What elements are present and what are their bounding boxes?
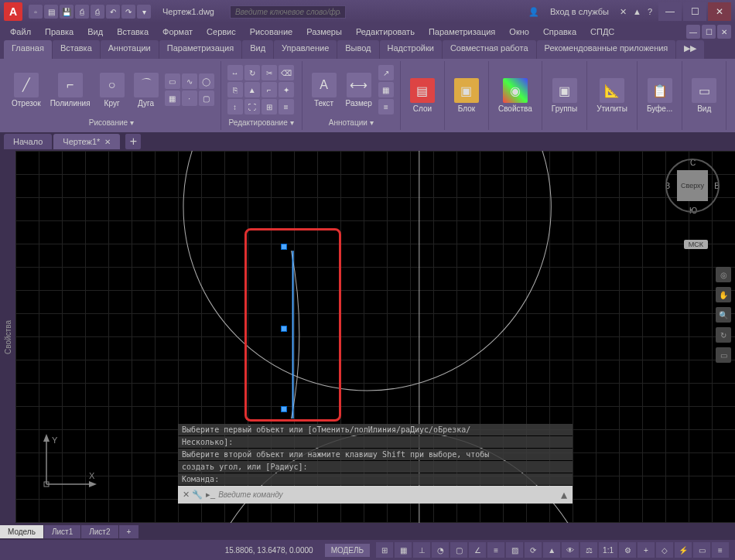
grip-end[interactable] [281,406,287,412]
polar-icon[interactable]: ◔ [432,542,449,558]
cmd-expand-icon[interactable]: ▴ [557,487,571,502]
navwheel-icon[interactable]: ◎ [716,267,731,282]
close-button[interactable]: ✕ [708,2,731,21]
utils-button[interactable]: 📐Утилиты [593,77,631,114]
iso-icon[interactable]: ◇ [656,542,673,558]
panel-draw-label[interactable]: Рисование ▾ [9,117,214,128]
lweight-icon[interactable]: ≡ [487,542,504,558]
osnap-icon[interactable]: ▢ [450,542,467,558]
layout-sheet2[interactable]: Лист2 [81,525,118,538]
properties-sidebar[interactable]: Свойства [0,151,15,523]
copy-icon[interactable]: ⎘ [227,82,243,97]
modelspace-button[interactable]: МОДЕЛЬ [325,544,370,557]
tab-view[interactable]: Вид [242,40,273,59]
point-icon[interactable]: · [182,90,197,106]
user-icon[interactable]: 👤 [528,7,539,17]
props-button[interactable]: ◉Свойства [495,77,535,114]
dimension-button[interactable]: ⟷Размер [343,71,375,109]
menu-tools[interactable]: Сервис [200,26,242,38]
viewcube-face[interactable]: Сверху [677,170,708,201]
cart-icon[interactable]: ▲ [633,7,641,16]
block-button[interactable]: ▣Блок [451,77,482,114]
menu-help[interactable]: Справка [537,26,583,38]
spline-icon[interactable]: ∿ [182,73,197,89]
exchange-icon[interactable]: ✕ [620,7,627,17]
open-icon[interactable]: ▤ [44,5,58,19]
tab-addins[interactable]: Надстройки [380,40,442,59]
new-icon[interactable]: ▫ [29,5,43,19]
hatch-icon[interactable]: ▦ [165,90,180,106]
polyline-button[interactable]: ⌐Полилиния [47,71,94,109]
pan-icon[interactable]: ✋ [716,287,731,302]
rect-icon[interactable]: ▭ [165,73,180,89]
orbit-icon[interactable]: ↻ [716,327,731,343]
grip-mid[interactable] [281,326,287,332]
tab-annotate[interactable]: Аннотации [101,40,159,59]
cmd-close-icon[interactable]: ✕ [183,490,190,500]
tab-insert[interactable]: Вставка [53,40,100,59]
qat-more-icon[interactable]: ▾ [137,5,151,19]
doc-tab-start[interactable]: Начало [4,134,52,149]
close-tab-icon[interactable]: ✕ [104,138,111,146]
menu-view[interactable]: Вид [81,26,109,38]
panel-modify-label[interactable]: Редактирование ▾ [227,117,296,128]
menu-param[interactable]: Параметризация [422,26,501,38]
doc-tab-current[interactable]: Чертеж1*✕ [53,134,120,149]
grid-icon[interactable]: ⊞ [376,542,393,558]
mirror-icon[interactable]: ▲ [244,82,260,97]
tab-param[interactable]: Параметризация [159,40,241,59]
custom-icon[interactable]: ≡ [712,542,729,558]
groups-button[interactable]: ▣Группы [549,77,580,114]
tab-home[interactable]: Главная [4,40,52,59]
menu-insert[interactable]: Вставка [111,26,155,38]
search-input[interactable] [230,5,346,19]
array-icon[interactable]: ⊞ [262,99,277,114]
doc-min-icon[interactable]: — [686,25,700,39]
rotate-icon[interactable]: ↻ [244,65,260,80]
leader-icon[interactable]: ↗ [378,65,394,80]
plot-icon[interactable]: ⎙ [91,5,104,19]
scale-icon[interactable]: ⛶ [244,99,260,114]
view-button[interactable]: ▭Вид [689,77,720,114]
snap-icon[interactable]: ▦ [395,542,412,558]
undo-icon[interactable]: ↶ [106,5,120,19]
layout-model[interactable]: Модель [0,525,43,538]
help-icon[interactable]: ? [648,7,652,16]
trim-icon[interactable]: ✂ [262,65,277,80]
erase-icon[interactable]: ⌫ [279,65,294,80]
minimize-button[interactable]: — [658,2,682,21]
new-tab-button[interactable]: + [125,134,141,149]
menu-format[interactable]: Формат [156,26,199,38]
menu-edit[interactable]: Правка [39,26,80,38]
ucs-badge[interactable]: МСК [684,240,708,249]
menu-draw[interactable]: Рисование [244,26,299,38]
zoom-icon[interactable]: 🔍 [716,307,731,323]
mtext-icon[interactable]: ≡ [378,99,394,114]
table-icon[interactable]: ▦ [378,82,394,97]
cmd-options-icon[interactable]: 🔧 [192,490,203,500]
tab-manage[interactable]: Управление [274,40,337,59]
command-input[interactable] [215,489,557,500]
menu-window[interactable]: Окно [503,26,535,38]
maximize-button[interactable]: ☐ [683,2,706,21]
clipboard-button[interactable]: 📋Буфе... [644,77,675,114]
annomonitor-icon[interactable]: + [638,542,655,558]
login-button[interactable]: Вход в службы [545,5,614,18]
ellipse-icon[interactable]: ◯ [199,73,214,89]
stretch-icon[interactable]: ↕ [227,99,243,114]
circle-button[interactable]: ○Круг [97,71,128,109]
menu-file[interactable]: Файл [4,26,37,38]
layers-button[interactable]: ▤Слои [407,77,438,114]
cycling-icon[interactable]: ⟳ [525,542,542,558]
drawing-canvas[interactable]: С З В Ю Сверху МСК ◎ ✋ 🔍 ↻ ▭ Y X [15,151,735,523]
ortho-icon[interactable]: ⊥ [413,542,430,558]
hw-icon[interactable]: ⚡ [675,542,692,558]
tab-collab[interactable]: Совместная работа [443,40,536,59]
showmotion-icon[interactable]: ▭ [716,347,731,363]
redo-icon[interactable]: ↷ [121,5,135,19]
app-logo[interactable]: A [4,2,22,21]
doc-max-icon[interactable]: ☐ [702,25,716,39]
autoscale-icon[interactable]: ⚖ [580,542,597,558]
move-icon[interactable]: ↔ [227,65,243,80]
viewcube[interactable]: С З В Ю Сверху [669,162,716,224]
